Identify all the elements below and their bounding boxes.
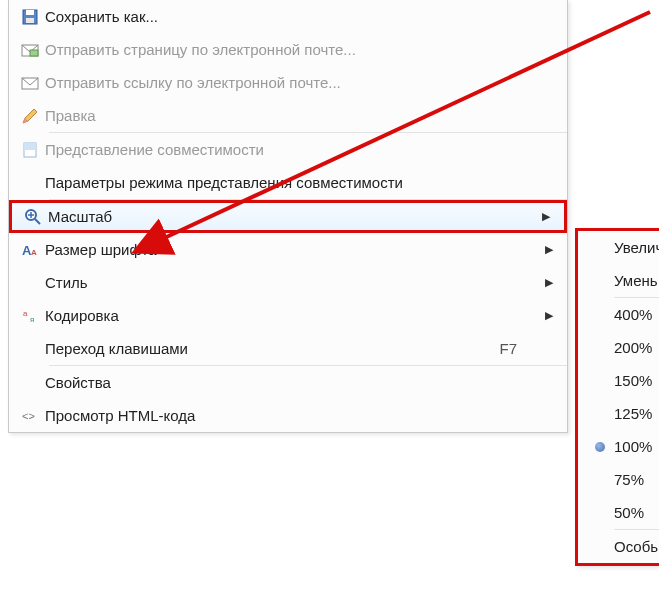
- menu-label: Представление совместимости: [45, 141, 567, 158]
- submenu-item-zoom-in[interactable]: Увелич: [578, 231, 659, 264]
- menu-item-compat-params[interactable]: Параметры режима представления совместим…: [9, 166, 567, 199]
- svg-text:A: A: [31, 248, 37, 257]
- menu-label: Свойства: [45, 374, 567, 391]
- svg-rect-1: [26, 10, 34, 15]
- save-icon: [15, 7, 45, 27]
- submenu-label: Особь: [614, 538, 659, 555]
- submenu-item-custom[interactable]: Особь: [578, 530, 659, 563]
- compat-icon: [15, 140, 45, 160]
- svg-text:я: я: [30, 315, 34, 324]
- svg-line-9: [35, 219, 40, 224]
- menu-item-view-source[interactable]: <> Просмотр HTML-кода: [9, 399, 567, 432]
- menu-label: Масштаб: [48, 208, 564, 225]
- submenu-item-50[interactable]: 50%: [578, 496, 659, 529]
- menu-item-send-page-email[interactable]: Отправить страницу по электронной почте.…: [9, 33, 567, 66]
- menu-label: Отправить ссылку по электронной почте...: [45, 74, 567, 91]
- menu-label: Отправить страницу по электронной почте.…: [45, 41, 567, 58]
- menu-label: Размер шрифта: [45, 241, 567, 258]
- pencil-icon: [15, 106, 45, 126]
- menu-label: Правка: [45, 107, 567, 124]
- chevron-right-icon: ▶: [545, 309, 553, 322]
- svg-text:а: а: [23, 309, 28, 318]
- submenu-label: Умень: [614, 272, 659, 289]
- menu-item-edit[interactable]: Правка: [9, 99, 567, 132]
- menu-item-font-size[interactable]: AA Размер шрифта ▶: [9, 233, 567, 266]
- menu-item-caret-browsing[interactable]: Переход клавишами F7: [9, 332, 567, 365]
- submenu-label: 400%: [614, 306, 659, 323]
- menu-item-zoom[interactable]: Масштаб ▶: [9, 200, 567, 233]
- submenu-label: 150%: [614, 372, 659, 389]
- svg-rect-7: [24, 143, 36, 150]
- encoding-icon: ая: [15, 306, 45, 326]
- menu-item-style[interactable]: Стиль ▶: [9, 266, 567, 299]
- submenu-label: 100%: [614, 438, 659, 455]
- mail-link-icon: [15, 73, 45, 93]
- mail-page-icon: [15, 40, 45, 60]
- chevron-right-icon: ▶: [545, 276, 553, 289]
- submenu-item-100[interactable]: 100%: [578, 430, 659, 463]
- submenu-label: 200%: [614, 339, 659, 356]
- submenu-item-400[interactable]: 400%: [578, 298, 659, 331]
- submenu-label: Увелич: [614, 239, 659, 256]
- menu-label: Кодировка: [45, 307, 567, 324]
- shortcut-label: F7: [499, 340, 567, 357]
- main-context-menu: Сохранить как... Отправить страницу по э…: [8, 0, 568, 433]
- zoom-submenu: Увелич Умень 400% 200% 150% 125% 100% 75…: [575, 228, 659, 566]
- svg-rect-2: [26, 18, 34, 23]
- radio-selected-icon: [586, 442, 614, 452]
- submenu-item-125[interactable]: 125%: [578, 397, 659, 430]
- menu-item-send-link-email[interactable]: Отправить ссылку по электронной почте...: [9, 66, 567, 99]
- menu-label: Просмотр HTML-кода: [45, 407, 567, 424]
- menu-label: Стиль: [45, 274, 567, 291]
- menu-label: Переход клавишами: [45, 340, 499, 357]
- menu-label: Параметры режима представления совместим…: [45, 174, 567, 191]
- submenu-label: 75%: [614, 471, 659, 488]
- chevron-right-icon: ▶: [542, 210, 550, 223]
- zoom-icon: [18, 207, 48, 227]
- menu-item-save-as[interactable]: Сохранить как...: [9, 0, 567, 33]
- svg-rect-4: [30, 50, 38, 56]
- menu-item-compat-view[interactable]: Представление совместимости: [9, 133, 567, 166]
- menu-item-properties[interactable]: Свойства: [9, 366, 567, 399]
- source-icon: <>: [15, 406, 45, 426]
- menu-item-encoding[interactable]: ая Кодировка ▶: [9, 299, 567, 332]
- menu-label: Сохранить как...: [45, 8, 567, 25]
- submenu-item-75[interactable]: 75%: [578, 463, 659, 496]
- submenu-label: 50%: [614, 504, 659, 521]
- submenu-item-150[interactable]: 150%: [578, 364, 659, 397]
- font-size-icon: AA: [15, 240, 45, 260]
- submenu-item-zoom-out[interactable]: Умень: [578, 264, 659, 297]
- chevron-right-icon: ▶: [545, 243, 553, 256]
- submenu-label: 125%: [614, 405, 659, 422]
- svg-text:<>: <>: [22, 410, 35, 422]
- submenu-item-200[interactable]: 200%: [578, 331, 659, 364]
